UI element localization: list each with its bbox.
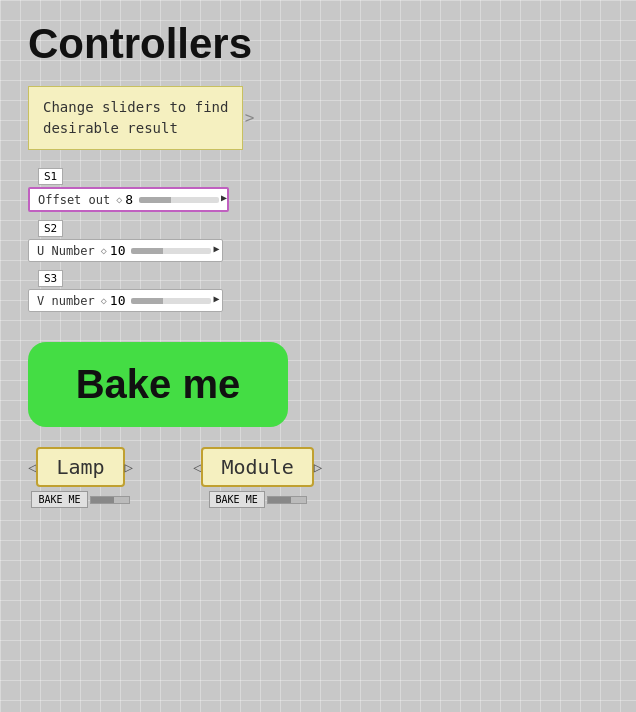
slider-s2-value: 10 [110, 243, 126, 258]
instruction-text: Change sliders to finddesirable result [43, 99, 228, 136]
slider-s3-track[interactable] [131, 298, 211, 304]
lamp-left-arrow: ◁ [28, 459, 36, 475]
slider-s1-track[interactable] [139, 197, 219, 203]
diamond-icon-s1: ◇ [116, 194, 122, 205]
page-title: Controllers [0, 0, 636, 78]
module-module-connector: ◁ Module ▷ [193, 447, 322, 487]
slider-s3-container[interactable]: V number ◇ 10 [28, 289, 223, 312]
module-bake-row: BAKE ME [209, 491, 307, 508]
module-bake-button[interactable]: BAKE ME [209, 491, 265, 508]
slider-badge-s1: S1 [38, 168, 63, 185]
diamond-icon-s3: ◇ [101, 295, 107, 306]
slider-s3-value: 10 [110, 293, 126, 308]
instruction-box: Change sliders to finddesirable result [28, 86, 243, 150]
slider-badge-s2: S2 [38, 220, 63, 237]
module-lamp: ◁ Lamp ▷ BAKE ME [28, 447, 133, 508]
slider-group-3: S3 V number ◇ 10 [28, 270, 608, 312]
sliders-area: S1 Offset out ◇ 8 S2 U Number ◇ 10 [28, 168, 608, 312]
slider-s2-container[interactable]: U Number ◇ 10 [28, 239, 223, 262]
module-label-box: Module [201, 447, 313, 487]
lamp-bake-row: BAKE ME [31, 491, 129, 508]
module-module: ◁ Module ▷ BAKE ME [193, 447, 322, 508]
slider-s3-name: V number [37, 294, 95, 308]
slider-s1-name: Offset out [38, 193, 110, 207]
bottom-modules-area: ◁ Lamp ▷ BAKE ME ◁ Module ▷ BAKE ME [28, 447, 608, 508]
diamond-icon-s2: ◇ [101, 245, 107, 256]
slider-badge-s3: S3 [38, 270, 63, 287]
slider-group-2: S2 U Number ◇ 10 [28, 220, 608, 262]
lamp-right-arrow: ▷ [125, 459, 133, 475]
bake-me-button[interactable]: Bake me [28, 342, 288, 427]
lamp-bake-button[interactable]: BAKE ME [31, 491, 87, 508]
module-lamp-connector: ◁ Lamp ▷ [28, 447, 133, 487]
lamp-bake-track [90, 496, 130, 504]
module-left-arrow: ◁ [193, 459, 201, 475]
slider-s2-track[interactable] [131, 248, 211, 254]
slider-s1-container[interactable]: Offset out ◇ 8 [28, 187, 229, 212]
slider-s1-value: 8 [125, 192, 133, 207]
module-right-arrow: ▷ [314, 459, 322, 475]
module-bake-track [267, 496, 307, 504]
slider-group-1: S1 Offset out ◇ 8 [28, 168, 608, 212]
slider-s2-name: U Number [37, 244, 95, 258]
lamp-label-box: Lamp [36, 447, 124, 487]
